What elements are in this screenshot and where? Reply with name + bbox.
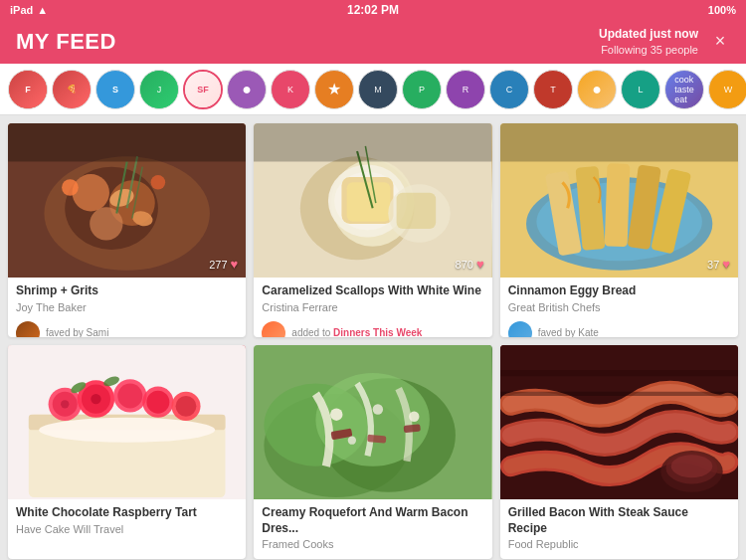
svg-point-8 xyxy=(62,179,79,196)
food-card-4[interactable]: White Chocolate Raspberry Tart Have Cake… xyxy=(8,345,246,559)
footer-left-1: faved by Sami xyxy=(16,321,108,337)
svg-point-38 xyxy=(39,418,215,443)
food-footer-1: faved by Sami xyxy=(8,317,246,337)
fav-avatar-1 xyxy=(16,321,40,337)
svg-rect-60 xyxy=(404,424,421,433)
footer-left-2: added to Dinners This Week xyxy=(262,321,422,337)
svg-rect-20 xyxy=(347,182,391,222)
food-image-3: 37 ♥ xyxy=(500,123,738,278)
food-author-4: Have Cake Will Travel xyxy=(16,523,238,535)
fav-avatar-3 xyxy=(508,321,532,337)
food-title-3: Cinnamon Eggy Bread xyxy=(508,283,730,299)
avatar-item[interactable]: P xyxy=(402,70,442,109)
wifi-icon: ▲ xyxy=(37,4,48,16)
food-card-6[interactable]: Grilled Bacon With Steak Sauce Recipe Fo… xyxy=(500,345,738,559)
svg-point-44 xyxy=(91,394,100,404)
avatar-item[interactable]: S xyxy=(95,70,135,109)
close-button[interactable]: × xyxy=(710,32,730,52)
avatar-item[interactable]: M xyxy=(358,70,398,109)
food-image-5 xyxy=(254,345,491,499)
food-author-6: Food Republic xyxy=(508,538,730,550)
food-info-4: White Chocolate Raspberry Tart Have Cake… xyxy=(8,499,246,539)
svg-point-3 xyxy=(73,174,109,211)
avatar-item[interactable]: 🍕 xyxy=(52,70,92,109)
avatar-item[interactable]: ● xyxy=(227,70,267,109)
food-image-2: 870 ♥ xyxy=(254,123,491,278)
food-title-1: Shrimp + Grits xyxy=(16,283,238,299)
svg-point-41 xyxy=(61,400,69,408)
svg-rect-25 xyxy=(254,123,491,161)
update-subtitle: Following 35 people xyxy=(599,43,698,57)
avatar-item[interactable]: R xyxy=(446,70,485,109)
fav-link-2[interactable]: Dinners This Week xyxy=(333,327,422,337)
update-info: Updated just now Following 35 people xyxy=(599,27,698,57)
heart-icon-1: ♥ xyxy=(231,257,239,272)
update-title: Updated just now xyxy=(599,27,698,43)
avatar-item[interactable]: T xyxy=(533,70,573,109)
svg-point-62 xyxy=(373,404,383,414)
avatar-item[interactable]: SF xyxy=(183,70,223,109)
page-title: MY FEED xyxy=(16,29,116,55)
svg-point-63 xyxy=(409,412,419,422)
heart-icon-3: ♥ xyxy=(722,257,730,272)
fav-text-2: added to Dinners This Week xyxy=(291,327,422,337)
svg-point-48 xyxy=(146,391,169,414)
food-author-3: Great British Chefs xyxy=(508,301,730,313)
heart-icon-2: ♥ xyxy=(476,257,484,272)
svg-point-9 xyxy=(151,175,166,190)
like-count-3: 37 ♥ xyxy=(707,257,730,272)
header-right: Updated just now Following 35 people × xyxy=(599,27,730,57)
status-time: 12:02 PM xyxy=(347,3,399,17)
avatar-item[interactable]: ★ xyxy=(314,70,354,109)
fav-avatar-2 xyxy=(262,321,285,337)
food-author-1: Joy The Baker xyxy=(16,301,238,313)
avatar-item[interactable]: K xyxy=(271,70,310,109)
food-card-5[interactable]: Creamy Roquefort And Warm Bacon Dres... … xyxy=(254,345,491,559)
food-footer-2: added to Dinners This Week xyxy=(254,317,491,337)
avatar-item[interactable]: W xyxy=(708,70,746,109)
svg-point-50 xyxy=(176,396,197,417)
food-card-2[interactable]: 870 ♥ Caramelized Scallops With White Wi… xyxy=(254,123,491,337)
avatar-strip: F 🍕 S J SF ● K ★ M P R C T ● L cooktaste… xyxy=(0,64,746,115)
svg-point-46 xyxy=(117,383,142,408)
food-author-5: Framed Cooks xyxy=(262,538,483,550)
food-footer-3: faved by Kate xyxy=(500,317,738,337)
app-header: MY FEED Updated just now Following 35 pe… xyxy=(0,20,746,64)
avatar-item[interactable]: C xyxy=(489,70,529,109)
food-info-6: Grilled Bacon With Steak Sauce Recipe Fo… xyxy=(500,499,738,554)
status-left: iPad ▲ xyxy=(10,4,48,16)
svg-rect-13 xyxy=(8,123,246,161)
food-card-1[interactable]: 277 ♥ Shrimp + Grits Joy The Baker faved… xyxy=(8,123,246,337)
food-card-3[interactable]: 37 ♥ Cinnamon Eggy Bread Great British C… xyxy=(500,123,738,337)
like-count-2: 870 ♥ xyxy=(456,257,484,272)
food-image-6 xyxy=(500,345,738,499)
avatar-item[interactable]: cooktasteeat xyxy=(664,70,704,109)
svg-rect-34 xyxy=(500,123,738,161)
food-grid: 277 ♥ Shrimp + Grits Joy The Baker faved… xyxy=(0,115,746,560)
food-title-2: Caramelized Scallops With White Wine xyxy=(262,283,483,299)
food-author-2: Cristina Ferrare xyxy=(262,301,483,313)
fav-text-3: faved by Kate xyxy=(538,327,599,337)
food-title-5: Creamy Roquefort And Warm Bacon Dres... xyxy=(262,505,483,536)
like-count-1: 277 ♥ xyxy=(209,257,238,272)
svg-point-64 xyxy=(348,437,356,445)
food-title-4: White Chocolate Raspberry Tart xyxy=(16,505,238,521)
svg-point-71 xyxy=(670,455,712,477)
svg-rect-24 xyxy=(397,193,437,229)
svg-rect-31 xyxy=(604,163,630,247)
food-info-3: Cinnamon Eggy Bread Great British Chefs xyxy=(500,278,738,317)
food-info-5: Creamy Roquefort And Warm Bacon Dres... … xyxy=(254,499,491,554)
footer-left-3: faved by Kate xyxy=(508,321,599,337)
battery-status: 100% xyxy=(708,4,736,16)
food-image-1: 277 ♥ xyxy=(8,123,246,278)
food-info-1: Shrimp + Grits Joy The Baker xyxy=(8,278,246,317)
ipad-label: iPad xyxy=(10,4,33,16)
avatar-item[interactable]: L xyxy=(621,70,660,109)
food-title-6: Grilled Bacon With Steak Sauce Recipe xyxy=(508,505,730,536)
avatar-item[interactable]: F xyxy=(8,70,48,109)
avatar-item[interactable]: ● xyxy=(577,70,617,109)
fav-text-1: faved by Sami xyxy=(46,327,108,337)
svg-point-61 xyxy=(330,408,342,420)
avatar-item[interactable]: J xyxy=(139,70,179,109)
status-bar: iPad ▲ 12:02 PM 100% xyxy=(0,0,746,20)
